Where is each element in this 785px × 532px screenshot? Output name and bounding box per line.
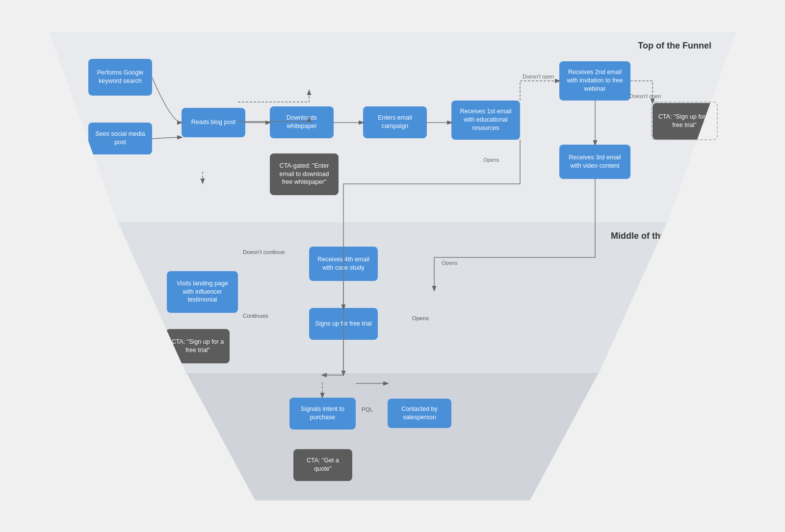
tofu-title: Top of the Funnel <box>638 41 711 51</box>
mofu-title: Middle of the Funnel <box>611 231 697 241</box>
visits-landing-node: Visits landing page with influencer test… <box>167 271 238 313</box>
cta-get-quote-node: CTA: "Get a quote" <box>293 449 352 481</box>
mofu-label: MOFU <box>78 338 84 359</box>
bofu-label: BOFU <box>93 465 100 486</box>
pql-label: PQL <box>362 406 373 412</box>
cta-sign-up-top-node: CTA: "Sign up for a free trial" <box>653 103 716 140</box>
diagram-container: TOFU Top of the Funnel Performs Google k… <box>49 32 736 501</box>
downloads-whitepaper-node: Downloads whitepaper <box>270 106 334 138</box>
tofu-section: TOFU Top of the Funnel Performs Google k… <box>49 32 736 223</box>
mofu-section: MOFU Middle of the Funnel Visits landing… <box>49 222 736 374</box>
receives-1st-email-node: Receives 1st email with educational reso… <box>451 101 520 140</box>
receives-4th-email-node: Receives 4th email with case study <box>309 247 378 281</box>
cta-enter-email-node: CTA-gated: "Enter email to download free… <box>270 153 339 195</box>
opens-2-label: Opens <box>412 315 429 321</box>
enters-email-node: Enters email campaign <box>363 106 427 138</box>
receives-2nd-email-node: Receives 2nd email with invitation to fr… <box>559 61 630 101</box>
receives-3rd-email-node: Receives 3rd email with video content <box>559 145 630 179</box>
tofu-label: TOFU <box>58 188 65 208</box>
signals-intent-node: Signals intent to purchase <box>289 398 356 430</box>
social-media-node: Sees social media post <box>88 123 152 154</box>
continues-label: Continues <box>243 313 268 319</box>
contacted-salesperson-node: Contacted by salesperson <box>388 399 451 428</box>
google-search-node: Performs Google keyword search <box>88 59 152 96</box>
bofu-section: BOFU Bottom of the Funnel Signals intent… <box>49 373 736 501</box>
cta-sign-up-mofu-node: CTA: "Sign up for a free trial" <box>166 329 230 363</box>
doesnt-continue-label: Doesn't continue <box>243 249 285 255</box>
bofu-title: Bottom of the Funnel <box>598 382 687 392</box>
reads-blog-node: Reads blog post <box>182 108 245 137</box>
signs-up-trial-node: Signs up for free trial <box>309 308 378 340</box>
